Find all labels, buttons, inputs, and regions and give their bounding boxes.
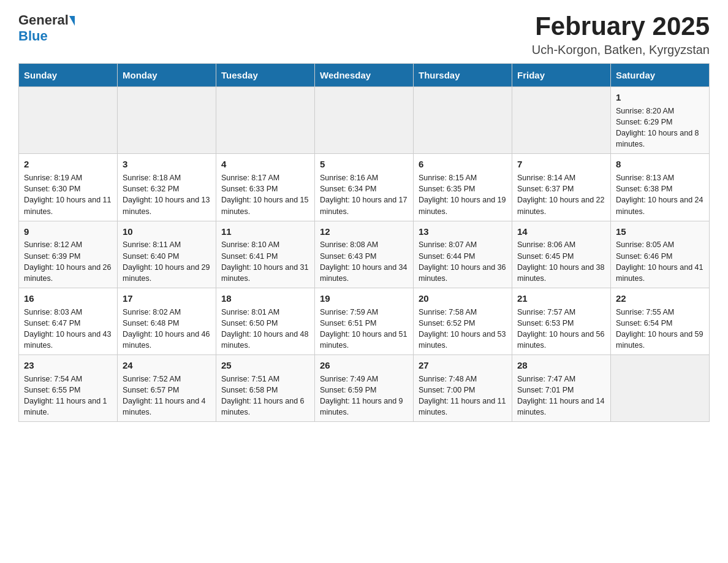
day-number: 1 [616,91,704,104]
calendar-cell: 8Sunrise: 8:13 AMSunset: 6:38 PMDaylight… [611,154,710,221]
calendar-cell [414,87,512,154]
day-number: 8 [616,158,704,171]
day-number: 21 [517,292,605,305]
calendar-cell: 16Sunrise: 8:03 AMSunset: 6:47 PMDayligh… [19,288,118,354]
day-number: 18 [221,292,309,305]
calendar-cell [611,355,710,422]
title-area: February 2025 Uch-Korgon, Batken, Kyrgyz… [532,12,710,57]
day-number: 25 [221,359,309,372]
day-header-tuesday: Tuesday [216,64,315,87]
day-number: 16 [24,292,112,305]
day-number: 19 [320,292,408,305]
calendar-cell: 9Sunrise: 8:12 AMSunset: 6:39 PMDaylight… [19,221,118,288]
day-number: 3 [123,158,211,171]
calendar-cell [315,87,414,154]
calendar-cell: 4Sunrise: 8:17 AMSunset: 6:33 PMDaylight… [216,154,315,221]
calendar-cell: 24Sunrise: 7:52 AMSunset: 6:57 PMDayligh… [118,355,216,422]
calendar-cell: 7Sunrise: 8:14 AMSunset: 6:37 PMDaylight… [512,154,611,221]
calendar-cell: 15Sunrise: 8:05 AMSunset: 6:46 PMDayligh… [611,221,710,288]
calendar-cell: 27Sunrise: 7:48 AMSunset: 7:00 PMDayligh… [414,355,512,422]
calendar-cell [512,87,611,154]
day-number: 11 [221,225,309,239]
day-header-thursday: Thursday [414,64,512,87]
day-number: 20 [419,292,507,305]
calendar-table: SundayMondayTuesdayWednesdayThursdayFrid… [18,63,710,422]
logo-blue-text: Blue [18,28,48,44]
day-number: 5 [320,158,408,171]
day-number: 17 [123,292,211,305]
day-number: 28 [517,359,605,372]
calendar-cell: 17Sunrise: 8:02 AMSunset: 6:48 PMDayligh… [118,288,216,354]
day-number: 14 [517,225,605,239]
calendar-week-row: 1Sunrise: 8:20 AMSunset: 6:29 PMDaylight… [19,87,710,154]
day-header-friday: Friday [512,64,611,87]
logo: General Blue [18,12,75,44]
calendar-cell: 25Sunrise: 7:51 AMSunset: 6:58 PMDayligh… [216,355,315,422]
calendar-cell: 13Sunrise: 8:07 AMSunset: 6:44 PMDayligh… [414,221,512,288]
calendar-cell: 1Sunrise: 8:20 AMSunset: 6:29 PMDaylight… [611,87,710,154]
location-title: Uch-Korgon, Batken, Kyrgyzstan [532,43,710,57]
day-number: 9 [24,225,112,239]
calendar-cell: 26Sunrise: 7:49 AMSunset: 6:59 PMDayligh… [315,355,414,422]
day-header-saturday: Saturday [611,64,710,87]
day-number: 13 [419,225,507,239]
calendar-cell: 3Sunrise: 8:18 AMSunset: 6:32 PMDaylight… [118,154,216,221]
page-header: General Blue February 2025 Uch-Korgon, B… [18,12,710,57]
calendar-cell: 18Sunrise: 8:01 AMSunset: 6:50 PMDayligh… [216,288,315,354]
day-number: 7 [517,158,605,171]
day-number: 12 [320,225,408,239]
calendar-cell: 5Sunrise: 8:16 AMSunset: 6:34 PMDaylight… [315,154,414,221]
calendar-cell [118,87,216,154]
day-header-wednesday: Wednesday [315,64,414,87]
day-number: 6 [419,158,507,171]
calendar-cell: 6Sunrise: 8:15 AMSunset: 6:35 PMDaylight… [414,154,512,221]
logo-general-text: General [18,12,69,28]
calendar-cell [19,87,118,154]
calendar-cell: 20Sunrise: 7:58 AMSunset: 6:52 PMDayligh… [414,288,512,354]
calendar-cell: 14Sunrise: 8:06 AMSunset: 6:45 PMDayligh… [512,221,611,288]
calendar-week-row: 2Sunrise: 8:19 AMSunset: 6:30 PMDaylight… [19,154,710,221]
logo-arrow-icon [69,16,75,26]
day-number: 27 [419,359,507,372]
calendar-cell: 21Sunrise: 7:57 AMSunset: 6:53 PMDayligh… [512,288,611,354]
day-header-monday: Monday [118,64,216,87]
day-number: 2 [24,158,112,171]
day-number: 4 [221,158,309,171]
calendar-cell: 19Sunrise: 7:59 AMSunset: 6:51 PMDayligh… [315,288,414,354]
day-number: 22 [616,292,704,305]
day-number: 24 [123,359,211,372]
calendar-cell: 2Sunrise: 8:19 AMSunset: 6:30 PMDaylight… [19,154,118,221]
day-number: 15 [616,225,704,239]
day-number: 10 [123,225,211,239]
calendar-cell: 12Sunrise: 8:08 AMSunset: 6:43 PMDayligh… [315,221,414,288]
day-header-sunday: Sunday [19,64,118,87]
calendar-week-row: 23Sunrise: 7:54 AMSunset: 6:55 PMDayligh… [19,355,710,422]
day-number: 26 [320,359,408,372]
calendar-cell [216,87,315,154]
calendar-cell: 22Sunrise: 7:55 AMSunset: 6:54 PMDayligh… [611,288,710,354]
calendar-cell: 10Sunrise: 8:11 AMSunset: 6:40 PMDayligh… [118,221,216,288]
day-number: 23 [24,359,112,372]
calendar-week-row: 16Sunrise: 8:03 AMSunset: 6:47 PMDayligh… [19,288,710,354]
month-title: February 2025 [532,12,710,40]
calendar-week-row: 9Sunrise: 8:12 AMSunset: 6:39 PMDaylight… [19,221,710,288]
calendar-cell: 23Sunrise: 7:54 AMSunset: 6:55 PMDayligh… [19,355,118,422]
calendar-cell: 28Sunrise: 7:47 AMSunset: 7:01 PMDayligh… [512,355,611,422]
calendar-header-row: SundayMondayTuesdayWednesdayThursdayFrid… [19,64,710,87]
calendar-cell: 11Sunrise: 8:10 AMSunset: 6:41 PMDayligh… [216,221,315,288]
